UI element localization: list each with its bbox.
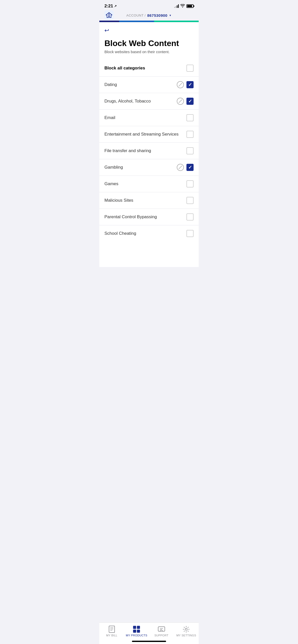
category-item-file-transfer[interactable]: File transfer and sharing [99,143,199,159]
progress-bar [99,21,199,22]
category-controls-gambling [177,164,194,171]
category-label-games: Games [104,181,118,186]
block-icon-dating [177,81,184,88]
signal-bars-icon [174,4,179,8]
category-label-file-transfer: File transfer and sharing [104,148,151,153]
category-list: Block all categoriesDatingDrugs, Alcohol… [99,60,199,242]
checkbox-parental-control[interactable] [186,213,194,221]
category-item-email[interactable]: Email [99,110,199,126]
category-item-games[interactable]: Games [99,176,199,192]
checkbox-games[interactable] [186,180,194,187]
category-label-gambling: Gambling [104,165,123,170]
checkbox-entertainment[interactable] [186,131,194,138]
checkbox-file-transfer[interactable] [186,147,194,154]
account-label: ACCOUNT / [126,13,146,17]
category-controls-dating [177,81,194,88]
category-label-entertainment: Entertainment and Streaming Services [104,132,179,137]
category-controls-parental-control [186,213,194,221]
category-item-block-all[interactable]: Block all categories [99,60,199,77]
category-controls-games [186,180,194,187]
location-arrow-icon: ↗ [114,4,117,8]
status-icons [174,4,194,8]
app-header: ACCOUNT / 867530900 ▼ [99,11,199,21]
page-subtitle: Block websites based on their content. [104,50,194,54]
category-controls-malicious-sites [186,197,194,204]
account-selector[interactable]: ACCOUNT / 867530900 ▼ [126,13,172,18]
category-controls-school-cheating [186,230,194,237]
category-item-gambling[interactable]: Gambling [99,159,199,176]
status-time: 2:21 ↗ [104,4,117,9]
checkbox-email[interactable] [186,114,194,121]
category-item-parental-control[interactable]: Parental Control Bypassing [99,209,199,225]
block-icon-gambling [177,164,184,171]
checkbox-drugs-alcohol-tobacco[interactable] [186,98,194,105]
progress-segment-3 [154,21,199,22]
category-label-drugs-alcohol-tobacco: Drugs, Alcohol, Tobacco [104,99,151,104]
checkbox-school-cheating[interactable] [186,230,194,237]
category-label-block-all: Block all categories [104,66,145,71]
category-label-school-cheating: School Cheating [104,231,136,236]
category-controls-email [186,114,194,121]
page-title: Block Web Content [104,38,194,48]
page-title-section: Block Web Content Block websites based o… [99,36,199,60]
category-label-email: Email [104,115,115,120]
category-label-malicious-sites: Malicious Sites [104,198,133,203]
chevron-down-icon: ▼ [169,14,171,17]
checkbox-gambling[interactable] [186,164,194,171]
checkbox-dating[interactable] [186,81,194,88]
progress-segment-2 [119,21,154,22]
category-item-malicious-sites[interactable]: Malicious Sites [99,192,199,209]
battery-icon [186,4,194,8]
category-item-dating[interactable]: Dating [99,77,199,93]
category-controls-file-transfer [186,147,194,154]
category-label-dating: Dating [104,82,117,87]
status-bar: 2:21 ↗ [99,0,199,11]
category-label-parental-control: Parental Control Bypassing [104,214,157,219]
app-logo[interactable] [104,10,114,21]
checkbox-malicious-sites[interactable] [186,197,194,204]
checkbox-block-all[interactable] [186,65,194,72]
category-controls-block-all [186,65,194,72]
category-controls-entertainment [186,131,194,138]
account-number: 867530900 [147,13,168,18]
category-item-drugs-alcohol-tobacco[interactable]: Drugs, Alcohol, Tobacco [99,93,199,110]
block-icon-drugs-alcohol-tobacco [177,98,184,105]
category-item-entertainment[interactable]: Entertainment and Streaming Services [99,126,199,143]
category-controls-drugs-alcohol-tobacco [177,98,194,105]
back-button[interactable]: ↩ [99,22,114,36]
category-item-school-cheating[interactable]: School Cheating [99,225,199,242]
main-content: ↩ Block Web Content Block websites based… [99,22,199,267]
wifi-icon [180,4,185,8]
